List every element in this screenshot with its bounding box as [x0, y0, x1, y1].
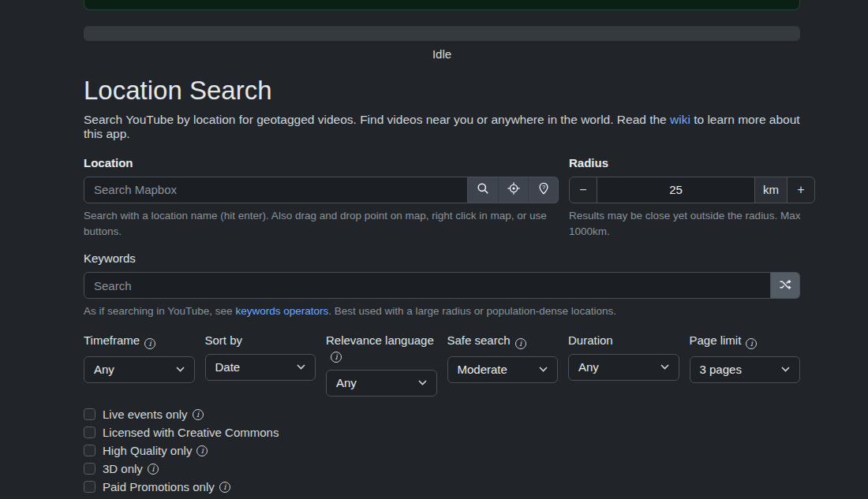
filters-row: Timeframe Any Sort by Date Relevance lan… — [84, 333, 800, 397]
relevance-language-select-value: Any — [336, 376, 418, 389]
keywords-label: Keywords — [84, 251, 800, 265]
keywords-help-text: As if searching in YouTube, see keywords… — [84, 303, 800, 319]
paid-promotions-only-checkbox[interactable] — [84, 481, 95, 493]
paid-promotions-info-icon[interactable] — [219, 482, 230, 493]
map-pin-help-button[interactable]: ? — [528, 177, 558, 203]
relevance-language-info-icon[interactable] — [331, 352, 342, 363]
radius-decrement-button[interactable]: − — [569, 177, 597, 203]
sort-by-label: Sort by — [205, 333, 243, 347]
check-paid-promotions: Paid Promotions only — [84, 481, 800, 493]
search-icon — [477, 182, 489, 197]
check-3d-only: 3D only — [84, 463, 800, 475]
safe-search-select-value: Moderate — [458, 363, 540, 376]
radius-help-text: Results may be close yet outside the rad… — [569, 208, 815, 239]
3d-only-checkbox[interactable] — [84, 463, 95, 475]
safe-search-info-icon[interactable] — [515, 338, 526, 349]
duration-select-value: Any — [578, 360, 660, 374]
paid-promotions-only-label: Paid Promotions only — [103, 480, 215, 493]
locate-me-button[interactable] — [498, 177, 528, 203]
duration-select[interactable]: Any — [568, 354, 679, 381]
radius-value-input[interactable] — [597, 177, 755, 203]
check-high-quality: High Quality only — [84, 445, 800, 457]
page-container: Idle Location Search Search YouTube by l… — [84, 0, 800, 499]
filter-safe-search: Safe search Moderate — [447, 333, 559, 397]
progress-bar — [84, 26, 800, 41]
keywords-help-before: As if searching in YouTube, see — [84, 305, 235, 317]
svg-text:?: ? — [541, 184, 544, 191]
search-button[interactable] — [468, 177, 498, 203]
live-events-info-icon[interactable] — [193, 409, 204, 420]
page-limit-label: Page limit — [690, 333, 742, 347]
chevron-down-icon — [781, 367, 790, 372]
radius-label: Radius — [569, 156, 815, 169]
timeframe-label: Timeframe — [84, 333, 140, 347]
random-keywords-button[interactable] — [771, 272, 800, 299]
locate-crosshair-icon — [507, 182, 520, 197]
options-checkbox-list: Live events only Licensed with Creative … — [84, 408, 800, 493]
wiki-link[interactable]: wiki — [670, 113, 690, 126]
page-limit-info-icon[interactable] — [746, 338, 757, 349]
check-live-events: Live events only — [84, 408, 800, 421]
3d-only-info-icon[interactable] — [148, 464, 159, 475]
radius-unit-label: km — [754, 177, 788, 203]
chevron-down-icon — [539, 367, 548, 372]
keywords-help-after: . Best used with a large radius or popul… — [328, 305, 616, 317]
page-description: Search YouTube by location for geotagged… — [84, 113, 800, 141]
description-text: Search YouTube by location for geotagged… — [84, 113, 670, 126]
relevance-language-select[interactable]: Any — [326, 370, 437, 397]
log-console-box — [84, 0, 800, 10]
radius-field-group: Radius − km + Results may be close yet o… — [569, 156, 815, 239]
page-limit-select-value: 3 pages — [700, 363, 782, 376]
filter-sort-by: Sort by Date — [205, 333, 316, 397]
page-title: Location Search — [84, 76, 800, 106]
chevron-down-icon — [418, 380, 427, 385]
location-label: Location — [84, 156, 559, 169]
live-events-only-label: Live events only — [103, 408, 188, 421]
filter-duration: Duration Any — [568, 333, 679, 397]
location-button-group: ? — [468, 177, 559, 203]
sort-by-select[interactable]: Date — [205, 354, 316, 381]
creative-commons-label: Licensed with Creative Commons — [103, 426, 279, 439]
chevron-down-icon — [660, 364, 669, 370]
keywords-field-group: Keywords As if searching in YouTube, see… — [84, 251, 800, 319]
live-events-only-checkbox[interactable] — [84, 408, 95, 420]
location-help-text: Search with a location name (hit enter).… — [84, 208, 559, 239]
high-quality-info-icon[interactable] — [196, 445, 208, 456]
relevance-language-label: Relevance language — [326, 333, 434, 347]
timeframe-select[interactable]: Any — [84, 356, 195, 383]
map-pin-question-icon: ? — [537, 182, 550, 197]
creative-commons-checkbox[interactable] — [84, 426, 95, 438]
status-text: Idle — [84, 47, 800, 61]
filter-timeframe: Timeframe Any — [84, 333, 195, 397]
high-quality-only-label: High Quality only — [103, 444, 192, 457]
location-search-input[interactable] — [84, 177, 468, 203]
chevron-down-icon — [297, 364, 305, 370]
page-limit-select[interactable]: 3 pages — [690, 356, 801, 383]
duration-label: Duration — [568, 333, 613, 347]
timeframe-info-icon[interactable] — [144, 338, 155, 349]
safe-search-label: Safe search — [447, 333, 511, 347]
timeframe-select-value: Any — [94, 363, 176, 376]
filter-page-limit: Page limit 3 pages — [690, 333, 801, 397]
high-quality-only-checkbox[interactable] — [84, 445, 95, 456]
radius-stepper: − km + — [569, 177, 815, 203]
safe-search-select[interactable]: Moderate — [447, 356, 559, 383]
check-creative-commons: Licensed with Creative Commons — [84, 426, 800, 439]
3d-only-label: 3D only — [103, 462, 143, 475]
filter-relevance-language: Relevance language Any — [326, 333, 437, 397]
location-field-group: Location ? — [84, 156, 559, 239]
chevron-down-icon — [176, 367, 185, 372]
keywords-operators-link[interactable]: keywords operators — [235, 305, 328, 317]
shuffle-icon — [779, 278, 791, 293]
sort-by-select-value: Date — [215, 360, 297, 374]
radius-increment-button[interactable]: + — [787, 177, 815, 203]
keywords-input[interactable] — [84, 272, 771, 299]
